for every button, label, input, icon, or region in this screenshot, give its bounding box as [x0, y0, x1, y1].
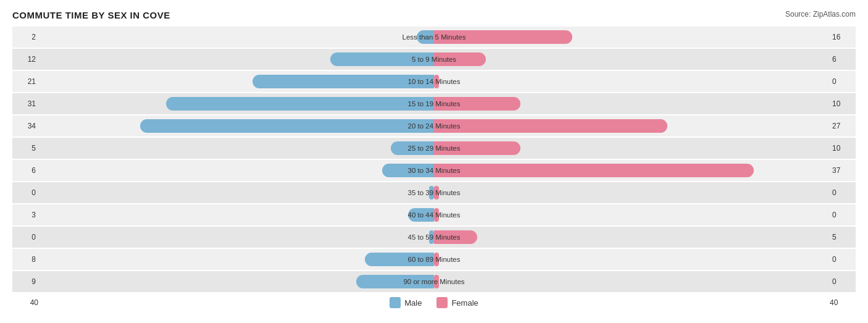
bar-row: 5 25 to 29 Minutes 10 — [12, 138, 856, 159]
male-bar — [417, 30, 434, 44]
bar-row: 2 Less than 5 Minutes 16 — [12, 27, 856, 48]
male-bar — [166, 97, 434, 111]
male-bar — [365, 253, 434, 266]
female-bar — [434, 208, 439, 222]
female-value: 0 — [830, 77, 856, 86]
female-value: 5 — [830, 233, 856, 241]
female-value: 10 — [830, 144, 856, 153]
chart-area: 2 Less than 5 Minutes 16 12 5 to 9 Minut… — [12, 27, 856, 292]
bar-container: 10 to 14 Minutes — [38, 71, 830, 92]
bar-container: 45 to 59 Minutes — [38, 227, 830, 248]
female-value: 16 — [830, 33, 856, 41]
bar-row: 3 40 to 44 Minutes 0 — [12, 204, 856, 225]
bar-row: 8 60 to 89 Minutes 0 — [12, 249, 856, 270]
male-value: 9 — [12, 277, 38, 286]
axis-right-label: 40 — [830, 298, 856, 307]
male-bar — [429, 230, 434, 244]
bar-container: 30 to 34 Minutes — [38, 160, 830, 181]
male-bar — [356, 275, 434, 288]
bar-container: Less than 5 Minutes — [38, 27, 830, 48]
legend-male: Male — [390, 297, 422, 308]
female-value: 6 — [830, 55, 856, 64]
male-value: 0 — [12, 188, 38, 197]
female-value: 0 — [830, 277, 856, 286]
female-value: 0 — [830, 211, 856, 219]
male-legend-label: Male — [404, 298, 422, 308]
bar-container: 5 to 9 Minutes — [38, 49, 830, 70]
male-bar — [330, 52, 434, 66]
male-value: 34 — [12, 122, 38, 130]
female-legend-label: Female — [451, 298, 478, 308]
male-value: 0 — [12, 233, 38, 241]
bar-container: 20 to 24 Minutes — [38, 115, 830, 136]
female-bar — [434, 75, 439, 88]
female-value: 10 — [830, 99, 856, 108]
header: COMMUTE TIME BY SEX IN COVE Source: ZipA… — [12, 10, 856, 20]
bar-container: 15 to 19 Minutes — [38, 93, 830, 114]
page-wrapper: COMMUTE TIME BY SEX IN COVE Source: ZipA… — [12, 10, 856, 308]
female-bar — [434, 275, 439, 288]
male-bar — [140, 119, 434, 133]
male-value: 6 — [12, 166, 38, 175]
legend-center: Male Female — [38, 297, 830, 308]
female-bar — [434, 186, 439, 199]
female-bar — [434, 253, 439, 266]
male-value: 12 — [12, 55, 38, 64]
female-bar — [434, 30, 572, 44]
female-value: 0 — [830, 188, 856, 197]
female-bar — [434, 230, 477, 244]
male-bar — [408, 208, 434, 222]
female-bar — [434, 164, 754, 177]
bar-row: 12 5 to 9 Minutes 6 — [12, 49, 856, 70]
female-bar — [434, 52, 486, 66]
male-value: 3 — [12, 211, 38, 219]
bar-container: 25 to 29 Minutes — [38, 138, 830, 159]
legend-row: 40 Male Female 40 — [12, 297, 856, 308]
axis-left-label: 40 — [12, 298, 38, 307]
bar-container: 90 or more Minutes — [38, 271, 830, 292]
male-bar — [252, 75, 434, 88]
bar-container: 40 to 44 Minutes — [38, 204, 830, 225]
male-bar — [391, 141, 434, 155]
male-value: 5 — [12, 144, 38, 153]
male-bar — [382, 164, 434, 177]
male-value: 8 — [12, 255, 38, 264]
bar-row: 34 20 to 24 Minutes 27 — [12, 115, 856, 136]
bar-row: 0 35 to 39 Minutes 0 — [12, 182, 856, 203]
male-legend-box — [390, 297, 401, 308]
female-bar — [434, 97, 520, 111]
female-bar — [434, 119, 667, 133]
legend-female: Female — [436, 297, 478, 308]
female-value: 37 — [830, 166, 856, 175]
female-value: 0 — [830, 255, 856, 264]
male-value: 21 — [12, 77, 38, 86]
male-value: 31 — [12, 99, 38, 108]
bar-row: 6 30 to 34 Minutes 37 — [12, 160, 856, 181]
bar-row: 31 15 to 19 Minutes 10 — [12, 93, 856, 114]
bar-container: 60 to 89 Minutes — [38, 249, 830, 270]
bar-row: 21 10 to 14 Minutes 0 — [12, 71, 856, 92]
male-value: 2 — [12, 33, 38, 41]
male-bar — [429, 186, 434, 199]
female-value: 27 — [830, 122, 856, 130]
source-text: Source: ZipAtlas.com — [785, 10, 856, 19]
bar-row: 0 45 to 59 Minutes 5 — [12, 227, 856, 248]
bar-container: 35 to 39 Minutes — [38, 182, 830, 203]
bar-row: 9 90 or more Minutes 0 — [12, 271, 856, 292]
chart-title: COMMUTE TIME BY SEX IN COVE — [12, 10, 170, 20]
female-legend-box — [436, 297, 448, 308]
female-bar — [434, 141, 520, 155]
